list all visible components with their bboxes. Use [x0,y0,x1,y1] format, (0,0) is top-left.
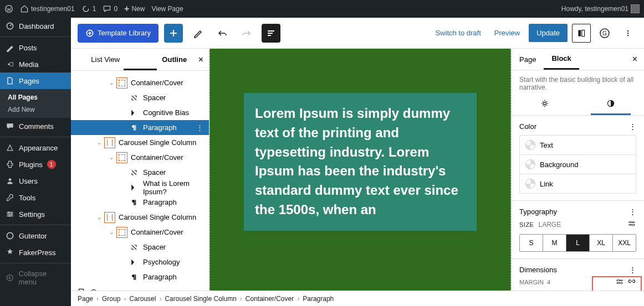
tree-row[interactable]: ⌄Container/Cover [71,225,209,240]
tree-row[interactable]: Cognitive Bias [71,105,209,120]
chevron-right-icon: › [240,295,242,303]
svg-point-30 [632,224,634,226]
breadcrumb-item[interactable]: Container/Cover [246,295,294,303]
block-tree: ⌄Container/CoverSpacerCognitive BiasPara… [71,71,209,291]
menu-gutentor[interactable]: Gutentor [0,227,71,244]
tab-styles-contrast[interactable] [578,94,645,115]
updates-count[interactable]: 1 [81,4,96,13]
breadcrumb-item[interactable]: Group [102,295,120,303]
paragraph-block[interactable]: Lorem Ipsum is simply dummy text of the … [255,104,466,220]
menu-dashboard[interactable]: Dashboard [0,18,71,34]
size-m[interactable]: M [543,235,566,251]
color-more-icon[interactable]: ⋮ [629,122,636,131]
redo-button[interactable] [237,24,256,43]
tree-label: Paragraph [143,198,206,206]
tab-block[interactable]: Block [544,49,579,70]
color-link[interactable]: Link [520,174,636,193]
new-content[interactable]: +New [124,4,145,14]
breadcrumb-item[interactable]: Carousel Single Column [165,295,236,303]
tab-settings-gear[interactable] [512,94,578,115]
tree-row[interactable]: ⌄Carousel Single Column [71,135,209,150]
wp-logo[interactable] [4,4,13,13]
chevron-right-icon: › [159,295,161,303]
svg-point-20 [627,30,628,31]
menu-users[interactable]: Users [0,173,71,189]
canvas-block[interactable]: Lorem Ipsum is simply dummy text of the … [244,93,477,231]
size-xxl[interactable]: XXL [613,235,636,251]
size-xl[interactable]: XL [590,235,613,251]
menu-plugins[interactable]: Plugins1 [0,156,71,173]
avatar [631,4,640,13]
menu-settings[interactable]: Settings [0,206,71,222]
breadcrumb: Page›Group›Carousel›Carousel Single Colu… [71,291,644,306]
tree-row[interactable]: ⌄Container/Cover [71,150,209,165]
breadcrumb-item[interactable]: Paragraph [303,295,334,303]
menu-posts[interactable]: Posts [0,39,71,56]
tree-label: Cognitive Bias [143,108,206,117]
submenu-all-pages[interactable]: All Pages [0,91,71,103]
tree-row-more-icon[interactable]: ⋮ [194,123,206,132]
margin-settings-icon[interactable] [615,277,624,287]
size-s[interactable]: S [520,235,543,251]
margin-label: MARGIN [519,279,544,286]
tree-label: Spacer [143,94,206,102]
more-options-button[interactable] [619,24,637,43]
tab-listview[interactable]: List View [71,50,140,69]
menu-tools[interactable]: Tools [0,189,71,206]
tree-row[interactable]: Spacer [71,165,209,180]
gutentor-icon[interactable]: G [595,24,614,43]
editor-main: Template Library Switch to draft Preview… [71,18,644,306]
size-l[interactable]: L [566,235,590,251]
typography-more-icon[interactable]: ⋮ [629,208,636,216]
menu-fakerpress[interactable]: FakerPress [0,244,71,261]
listview-toggle-button[interactable] [262,24,280,43]
tree-label: Carousel Single Column [119,213,206,221]
preview-button[interactable]: Preview [490,24,524,42]
size-settings-icon[interactable] [627,219,636,230]
tree-row[interactable]: Spacer [71,90,209,105]
dimensions-more-icon[interactable]: ⋮ [629,266,636,274]
editor-toolbar: Template Library Switch to draft Preview… [71,18,644,49]
menu-appearance[interactable]: Appearance [0,139,71,156]
menu-media[interactable]: Media [0,56,71,72]
tree-row[interactable]: Spacer [71,240,209,255]
margin-link-icon[interactable] [627,277,636,287]
tree-row[interactable]: ⌄Carousel Single Column [71,210,209,225]
tree-row[interactable]: Paragraph [71,195,209,210]
swatch-icon [525,179,535,189]
swatch-icon [525,140,535,150]
tree-row[interactable]: Paragraph⋮ [71,120,209,135]
margin-value: 4 [547,279,550,286]
tree-row[interactable]: ⌄Container/Cover [71,75,209,90]
template-library-button[interactable]: Template Library [78,24,159,43]
tree-row[interactable]: Psychology [71,255,209,269]
edit-mode-button[interactable] [188,24,207,43]
tree-row[interactable]: Paragraph [71,269,209,284]
menu-pages[interactable]: Pages [0,72,71,89]
add-block-button[interactable] [164,24,183,43]
editor-canvas[interactable]: Lorem Ipsum is simply dummy text of the … [209,49,511,291]
listview-panel: List View Outline × ⌄Container/CoverSpac… [71,49,209,291]
submenu-add-new[interactable]: Add New [0,103,71,116]
tree-row[interactable]: ›Group [71,284,209,291]
breadcrumb-item[interactable]: Page [78,295,93,303]
tree-row[interactable]: What is Lorem Ipsum? [71,180,209,195]
color-text[interactable]: Text [520,136,636,154]
comments-count[interactable]: 0 [103,4,117,13]
inspector-close-icon[interactable]: × [626,54,644,64]
menu-comments[interactable]: Comments [0,118,71,134]
breadcrumb-item[interactable]: Carousel [129,295,156,303]
switch-draft-button[interactable]: Switch to draft [431,24,485,42]
tab-page[interactable]: Page [512,50,544,69]
site-name[interactable]: testingemen01 [20,4,75,13]
menu-collapse[interactable]: Collapse menu [0,266,71,290]
undo-button[interactable] [213,24,232,43]
svg-rect-17 [582,30,585,36]
settings-toggle-button[interactable] [572,24,591,43]
svg-rect-15 [268,35,271,36]
color-background[interactable]: Background [520,154,636,174]
view-page[interactable]: View Page [151,5,183,13]
listview-close-icon[interactable]: × [198,55,203,65]
howdy-account[interactable]: Howdy, testingemen01 [561,4,640,13]
update-button[interactable]: Update [529,24,568,42]
